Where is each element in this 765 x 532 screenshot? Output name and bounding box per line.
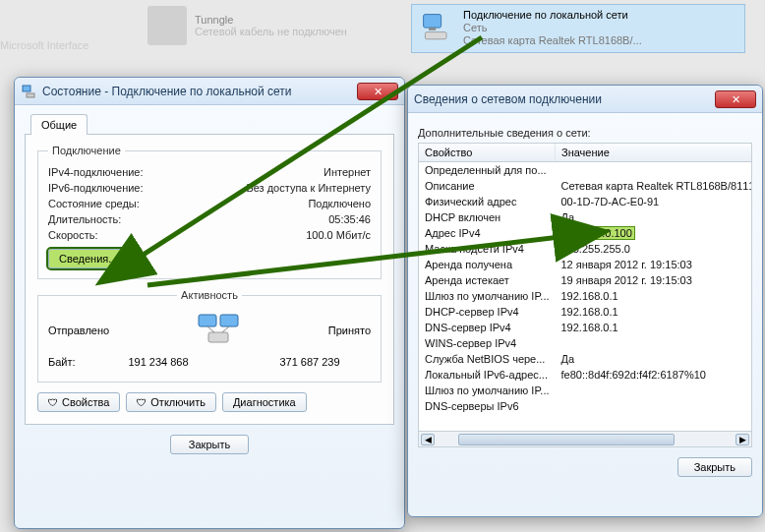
prop-value: Сетевая карта Realtek RTL8168B/8111	[556, 178, 753, 194]
duration-value: 05:35:46	[328, 213, 371, 225]
prop-name: DHCP-сервер IPv4	[419, 304, 556, 320]
table-row[interactable]: DHCP-сервер IPv4192.168.0.1	[419, 304, 752, 320]
sent-label: Отправлено	[48, 325, 109, 336]
scroll-right-icon[interactable]: ▶	[736, 434, 749, 445]
tab-general[interactable]: Общие	[30, 114, 88, 135]
svg-rect-4	[27, 93, 34, 97]
prop-value: fe80::8d4f:692d:f4f2:6187%10	[556, 367, 753, 383]
prop-name: Определенный для по...	[419, 162, 556, 179]
prop-value	[556, 398, 753, 414]
svg-rect-6	[220, 315, 238, 326]
table-row[interactable]: Адрес IPv4192.168.0.100	[419, 225, 752, 241]
prop-name: Маска подсети IPv4	[419, 241, 556, 257]
table-row[interactable]: Маска подсети IPv4255.255.255.0	[419, 241, 752, 257]
prop-name: Служба NetBIOS чере...	[419, 351, 556, 367]
prop-value	[556, 335, 753, 351]
adapter-title: Подключение по локальной сети	[463, 9, 642, 22]
close-button[interactable]: Закрыть	[170, 435, 249, 454]
svg-line-9	[222, 326, 229, 332]
prop-name: Описание	[419, 178, 556, 194]
recv-label: Принято	[328, 325, 371, 336]
activity-icon	[195, 313, 242, 348]
prop-name: Аренда получена	[419, 257, 556, 272]
scroll-thumb[interactable]	[458, 434, 675, 445]
ipv4-label: IPv4-подключение:	[48, 166, 144, 178]
table-row[interactable]: Определенный для по...	[419, 162, 752, 179]
prop-name: Шлюз по умолчанию IP...	[419, 288, 556, 304]
bg-item-sub: Сетевой кабель не подключен	[195, 26, 347, 37]
connection-group: Подключение IPv4-подключение:Интернет IP…	[37, 145, 382, 279]
prop-name: WINS-сервер IPv4	[419, 335, 556, 351]
table-row[interactable]: Локальный IPv6-адрес...fe80::8d4f:692d:f…	[419, 367, 752, 383]
table-row[interactable]: WINS-сервер IPv4	[419, 335, 752, 351]
speed-label: Скорость:	[48, 229, 98, 241]
network-icon	[21, 84, 36, 99]
prop-name: Физический адрес	[419, 194, 556, 209]
details-button[interactable]: Сведения...	[48, 249, 128, 268]
prop-name: DNS-серверы IPv6	[419, 398, 556, 414]
col-value[interactable]: Значение	[556, 144, 753, 162]
disable-button[interactable]: Отключить	[126, 392, 216, 412]
details-table: Свойство Значение Определенный для по...…	[418, 143, 752, 447]
media-value: Подключено	[308, 198, 371, 209]
table-row[interactable]: Физический адрес00-1D-7D-AC-E0-91	[419, 194, 752, 209]
svg-rect-0	[424, 14, 441, 28]
speed-value: 100.0 Мбит/с	[306, 229, 371, 241]
prop-name: DNS-сервер IPv4	[419, 320, 556, 335]
close-icon[interactable]: ✕	[357, 83, 398, 100]
prop-value: 255.255.255.0	[556, 241, 753, 257]
prop-value: 192.168.0.1	[556, 320, 753, 335]
status-window: Состояние - Подключение по локальной сет…	[14, 77, 405, 529]
svg-line-8	[207, 326, 214, 332]
prop-name: DHCP включен	[419, 209, 556, 225]
table-row[interactable]: Аренда получена12 января 2012 г. 19:15:0…	[419, 257, 752, 272]
bg-item-title: Microsoft Interface	[0, 39, 88, 51]
table-row[interactable]: DHCP включенДа	[419, 209, 752, 225]
table-row[interactable]: Служба NetBIOS чере...Да	[419, 351, 752, 367]
adapter-sub: Сетевая карта Realtek RTL8168B/...	[463, 34, 642, 47]
table-row[interactable]: ОписаниеСетевая карта Realtek RTL8168B/8…	[419, 178, 752, 194]
hscrollbar[interactable]: ◀ ▶	[419, 431, 751, 446]
prop-value: 192.168.0.1	[556, 304, 753, 320]
svg-rect-5	[199, 315, 216, 326]
table-row[interactable]: Аренда истекает19 января 2012 г. 19:15:0…	[419, 272, 752, 288]
prop-value: 192.168.0.1	[556, 288, 753, 304]
adapter-icon	[147, 6, 187, 45]
prop-name: Локальный IPv6-адрес...	[419, 367, 556, 383]
ipv6-label: IPv6-подключение:	[48, 182, 144, 194]
media-label: Состояние среды:	[48, 198, 140, 209]
group-label: Подключение	[48, 145, 125, 156]
prop-value: 12 января 2012 г. 19:15:03	[556, 257, 753, 272]
prop-value: 00-1D-7D-AC-E0-91	[556, 194, 753, 209]
table-row[interactable]: Шлюз по умолчанию IP...	[419, 383, 752, 398]
prop-value	[556, 383, 753, 398]
table-row[interactable]: DNS-серверы IPv6	[419, 398, 752, 414]
window-title: Сведения о сетевом подключении	[414, 92, 715, 106]
prop-value	[556, 162, 753, 179]
svg-rect-1	[429, 28, 436, 30]
table-row[interactable]: Шлюз по умолчанию IP...192.168.0.1	[419, 288, 752, 304]
scroll-left-icon[interactable]: ◀	[421, 434, 435, 445]
ipv6-value: Без доступа к Интернету	[246, 182, 371, 194]
activity-group: Активность Отправлено Принято Байт: 191 …	[37, 289, 382, 383]
close-icon[interactable]: ✕	[715, 90, 756, 108]
prop-name: Адрес IPv4	[419, 225, 556, 241]
prop-value: Да	[556, 209, 753, 225]
adapter-item[interactable]: Подключение по локальной сети Сеть Сетев…	[411, 4, 745, 53]
close-button[interactable]: Закрыть	[677, 457, 752, 477]
duration-label: Длительность:	[48, 213, 121, 225]
svg-rect-2	[425, 31, 446, 38]
col-property[interactable]: Свойство	[419, 144, 556, 162]
prop-name: Аренда истекает	[419, 272, 556, 288]
diagnose-button[interactable]: Диагностика	[222, 392, 307, 412]
network-adapter-icon	[420, 11, 455, 46]
table-row[interactable]: DNS-сервер IPv4192.168.0.1	[419, 320, 752, 335]
prop-value: 192.168.0.100	[556, 225, 753, 241]
group-label: Активность	[177, 289, 242, 301]
bytes-label: Байт:	[48, 356, 97, 368]
properties-button[interactable]: Свойства	[37, 392, 120, 412]
window-title: Состояние - Подключение по локальной сет…	[42, 85, 357, 98]
adapter-sub: Сеть	[463, 22, 642, 34]
details-subheader: Дополнительные сведения о сети:	[418, 127, 752, 139]
prop-value: 19 января 2012 г. 19:15:03	[556, 272, 753, 288]
